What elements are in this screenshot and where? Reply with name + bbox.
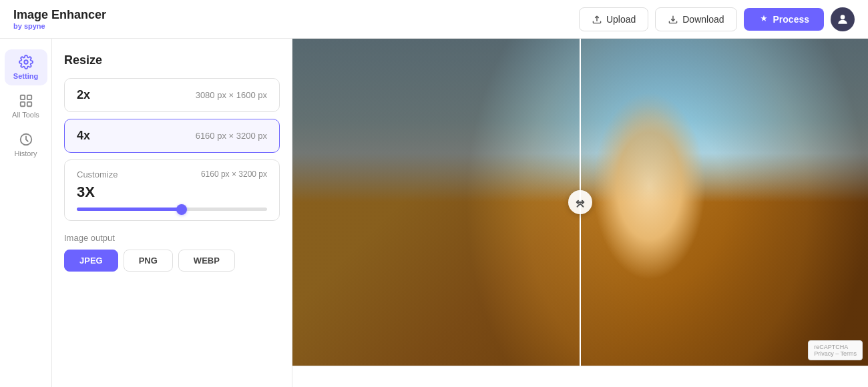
sidebar-history-label: History: [14, 149, 37, 157]
resize-4x-dims: 6160 px × 3200 px: [196, 131, 267, 141]
process-icon: [758, 14, 769, 25]
header: Image Enhancer by spyne Upload Download …: [0, 0, 868, 39]
comparison-handle[interactable]: [568, 190, 592, 214]
customize-title: Customize: [77, 169, 118, 179]
image-viewer: reCAPTCHAPrivacy – Terms: [292, 39, 868, 387]
slider-track[interactable]: [77, 208, 267, 211]
customize-box: Customize 6160 px × 3200 px 3X: [64, 159, 280, 221]
avatar[interactable]: [831, 7, 855, 31]
panel: Resize 2x 3080 px × 1600 px 4x 6160 px ×…: [52, 39, 292, 387]
upload-icon: [592, 14, 602, 25]
resize-4x-label: 4x: [77, 129, 90, 143]
recaptcha: reCAPTCHAPrivacy – Terms: [808, 340, 863, 360]
format-buttons: JPEG PNG WEBP: [64, 250, 280, 272]
header-actions: Upload Download Process: [579, 7, 855, 31]
svg-rect-4: [20, 102, 24, 106]
svg-rect-5: [27, 102, 31, 106]
output-label: Image output: [64, 233, 280, 243]
gear-icon: [19, 55, 33, 69]
customize-header: Customize 6160 px × 3200 px: [77, 169, 267, 179]
download-button[interactable]: Download: [655, 7, 736, 31]
main-layout: Setting All Tools History Resize 2x 3080…: [0, 39, 868, 387]
sidebar-item-all-tools[interactable]: All Tools: [5, 88, 47, 124]
slider-fill: [77, 208, 182, 211]
download-icon: [668, 14, 678, 25]
format-png-button[interactable]: PNG: [124, 250, 173, 272]
resize-option-2x[interactable]: 2x 3080 px × 1600 px: [64, 78, 280, 112]
history-icon: [19, 132, 33, 147]
sidebar-setting-label: Setting: [13, 72, 38, 80]
logo: Image Enhancer by spyne: [13, 8, 106, 30]
resize-2x-dims: 3080 px × 1600 px: [196, 90, 267, 100]
sidebar-all-tools-label: All Tools: [12, 111, 39, 119]
user-icon: [836, 13, 849, 26]
slider-thumb[interactable]: [176, 204, 187, 215]
panel-title: Resize: [64, 53, 280, 67]
process-button[interactable]: Process: [744, 8, 824, 31]
svg-rect-3: [27, 95, 31, 99]
logo-title: Image Enhancer: [13, 8, 106, 22]
format-webp-button[interactable]: WEBP: [178, 250, 235, 272]
sidebar: Setting All Tools History: [0, 39, 52, 387]
sidebar-item-setting[interactable]: Setting: [5, 49, 47, 85]
comparison-arrows-icon: [574, 196, 586, 208]
image-canvas: reCAPTCHAPrivacy – Terms: [292, 39, 868, 366]
resize-2x-label: 2x: [77, 88, 90, 102]
logo-sub: by spyne: [13, 22, 106, 30]
customize-value: 3X: [77, 183, 267, 201]
svg-point-1: [24, 60, 28, 64]
upload-button[interactable]: Upload: [579, 7, 648, 31]
svg-rect-2: [20, 95, 24, 99]
svg-point-0: [841, 15, 845, 19]
all-tools-icon: [19, 93, 33, 108]
format-jpeg-button[interactable]: JPEG: [64, 250, 118, 272]
customize-dims: 6160 px × 3200 px: [201, 169, 267, 179]
resize-option-4x[interactable]: 4x 6160 px × 3200 px: [64, 119, 280, 153]
sidebar-item-history[interactable]: History: [5, 127, 47, 163]
image-bottom-bar: [292, 366, 868, 387]
